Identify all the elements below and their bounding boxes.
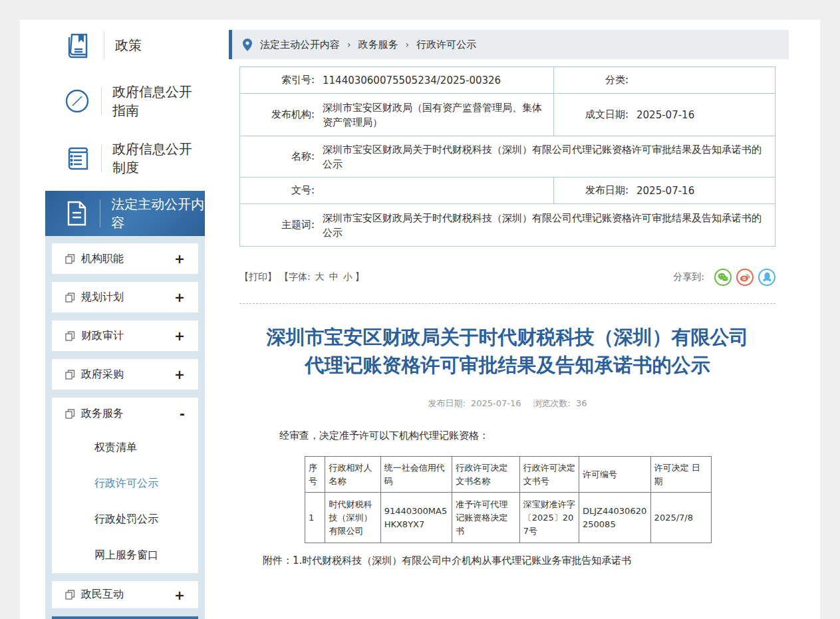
breadcrumb-link-gov-services[interactable]: 政务服务	[358, 39, 398, 51]
sidebar-item-finance-audit[interactable]: 财政审计 +	[52, 320, 198, 351]
sidebar-item-label: 政府信息公开制度	[112, 140, 205, 177]
cell-decision-doc-name: 准予许可代理记账资格决定书	[452, 493, 519, 543]
publish-date-label: 发布日期:	[554, 184, 629, 197]
publish-date-value: 2025-07-16	[629, 178, 775, 203]
col-header-license-no: 许可编号	[579, 457, 651, 493]
article-toolbar: 【打印】 【字体: 大 中 小 】 分享到:	[239, 266, 775, 289]
sidebar-item-gov-services[interactable]: 政务服务 -	[52, 398, 198, 430]
print-button[interactable]: 【打印】	[239, 271, 277, 283]
menu-label: 政民互动	[81, 588, 124, 602]
page: 政策 政府信息公开指南 政府信息公开制度	[0, 0, 840, 619]
sidebar-subitem-admin-penalty[interactable]: 行政处罚公示	[52, 501, 198, 537]
sidebar-subitem-duty-list[interactable]: 权责清单	[52, 430, 198, 465]
document-meta-table: 索引号: 114403060075505234/2025-00326 分类: 发…	[239, 66, 775, 247]
cell-decision-date: 2025/7/8	[650, 493, 711, 543]
cell-decision-doc-no: 深宝财准许字〔2025〕207号	[519, 493, 579, 543]
col-header-decision-date: 许可决定 日期	[650, 457, 711, 493]
keywords-value: 深圳市宝安区财政局关于时代财税科技（深圳）有限公司代理记账资格许可审批结果及告知…	[315, 205, 775, 245]
cell-seq: 1	[305, 493, 325, 543]
agency-label: 发布机构:	[240, 108, 315, 121]
sidebar-item-gov-procurement[interactable]: 政府采购 +	[52, 359, 198, 390]
divider	[104, 31, 104, 59]
table-header-row: 序号 行政相对人名称 统一社会信用代码 行政许可决定文书名称 行政许可决定文书号…	[305, 457, 712, 493]
font-medium-button[interactable]: 中	[329, 271, 339, 283]
sidebar-subitem-online-service[interactable]: 网上服务窗口	[52, 537, 198, 573]
pages-icon	[65, 331, 75, 341]
col-header-decision-doc-name: 行政许可决定文书名称	[452, 457, 519, 493]
agency-value: 深圳市宝安区财政局（国有资产监督管理局、集体资产管理局）	[315, 95, 553, 135]
article-meta: 发布日期:2025-07-16 浏览次数:36	[239, 398, 775, 410]
sidebar-accordion-panel: 机构职能 + 规划计划 + 财政审计 +	[45, 236, 205, 619]
qq-share-icon[interactable]	[758, 269, 775, 286]
col-header-seq: 序号	[305, 457, 325, 493]
notebook-icon	[63, 145, 92, 172]
sidebar-group-gov-services: 政务服务 - 权责清单 行政许可公示 行政处罚公示 网上服务窗口	[52, 398, 198, 573]
breadcrumb-link-statutory[interactable]: 法定主动公开内容	[260, 39, 340, 51]
sidebar-item-org-functions[interactable]: 机构职能 +	[52, 243, 198, 274]
pages-icon	[65, 293, 75, 303]
publish-date-caption: 发布日期:	[428, 398, 465, 408]
article-intro: 经审查，决定准予许可以下机构代理记账资格：	[279, 430, 489, 442]
document-icon	[63, 199, 90, 227]
pages-icon	[65, 409, 75, 419]
book-icon	[63, 32, 94, 59]
expand-icon[interactable]: +	[174, 588, 185, 602]
col-header-party-name: 行政相对人名称	[325, 457, 380, 493]
location-pin-icon	[243, 39, 252, 51]
sidebar-item-public-interaction[interactable]: 政民互动 +	[52, 581, 198, 608]
sidebar-item-label: 法定主动公开内容	[111, 195, 205, 232]
views-count: 36	[576, 398, 587, 408]
license-results-table: 序号 行政相对人名称 统一社会信用代码 行政许可决定文书名称 行政许可决定文书号…	[305, 456, 712, 543]
index-number-value: 114403060075505234/2025-00326	[315, 68, 553, 93]
breadcrumb-separator: ›	[398, 39, 417, 50]
doc-number-label: 文号:	[240, 184, 315, 197]
attachment-line: 附件：1.时代财税科技（深圳）有限公司中介机构从事代理记账业务审批告知承诺书	[263, 555, 631, 567]
menu-label: 规划计划	[81, 291, 124, 305]
sidebar-item-statutory-disclosure[interactable]: 法定主动公开内容	[45, 191, 205, 236]
sidebar-next-card-partial	[52, 616, 198, 619]
table-row: 1 时代财税科技（深圳）有限公司 91440300MA5HKX8YX7 准予许可…	[305, 493, 712, 543]
menu-label: 财政审计	[81, 329, 124, 343]
category-value	[629, 75, 775, 86]
index-number-label: 索引号:	[240, 74, 315, 86]
sidebar-item-info-system[interactable]: 政府信息公开制度	[45, 135, 205, 182]
breadcrumb-separator: ›	[340, 39, 358, 50]
date-written-value: 2025-07-16	[629, 102, 775, 128]
sidebar-item-label: 政策	[115, 36, 142, 55]
sidebar-item-info-guide[interactable]: 政府信息公开指南	[45, 77, 205, 125]
col-header-decision-doc-no: 行政许可决定文书号	[519, 457, 579, 493]
doc-number-value	[315, 186, 553, 196]
expand-icon[interactable]: +	[174, 367, 185, 382]
compass-icon	[63, 86, 92, 116]
views-caption: 浏览次数:	[533, 398, 571, 408]
breadcrumb-current[interactable]: 行政许可公示	[416, 39, 476, 51]
article-title-line1: 深圳市宝安区财政局关于时代财税科技（深圳）有限公司	[267, 326, 749, 348]
font-large-button[interactable]: 大	[315, 271, 325, 283]
sidebar-item-planning[interactable]: 规划计划 +	[52, 282, 198, 312]
menu-label: 政务服务	[81, 407, 124, 421]
pages-icon	[65, 370, 75, 380]
font-size-label-close: 】	[355, 271, 364, 283]
sidebar-subitem-admin-license[interactable]: 行政许可公示	[52, 465, 198, 501]
font-size-label: 【字体:	[279, 271, 311, 283]
menu-label: 机构职能	[81, 252, 124, 266]
article-title-line2: 代理记账资格许可审批结果及告知承诺书的公示	[305, 354, 710, 376]
main-content: 法定主动公开内容 › 政务服务 › 行政许可公示 索引号: 1144030600…	[229, 0, 789, 619]
cell-credit-code: 91440300MA5HKX8YX7	[380, 493, 452, 543]
menu-label: 政府采购	[81, 368, 124, 382]
cell-party-name: 时代财税科技（深圳）有限公司	[325, 493, 380, 543]
divider	[100, 199, 100, 227]
divider	[101, 144, 102, 172]
expand-icon[interactable]: +	[174, 290, 185, 305]
breadcrumb: 法定主动公开内容 › 政务服务 › 行政许可公示	[229, 30, 789, 59]
sidebar-item-policy[interactable]: 政策	[45, 23, 205, 67]
doc-name-value: 深圳市宝安区财政局关于时代财税科技（深圳）有限公司代理记账资格许可审批结果及告知…	[315, 137, 775, 177]
pages-icon	[65, 590, 75, 600]
date-written-label: 成文日期:	[554, 108, 629, 121]
expand-icon[interactable]: +	[174, 328, 185, 343]
expand-icon[interactable]: +	[174, 251, 185, 266]
weibo-share-icon[interactable]	[736, 269, 754, 286]
collapse-icon[interactable]: -	[180, 406, 185, 421]
font-small-button[interactable]: 小	[343, 271, 352, 283]
wechat-share-icon[interactable]	[714, 269, 732, 286]
